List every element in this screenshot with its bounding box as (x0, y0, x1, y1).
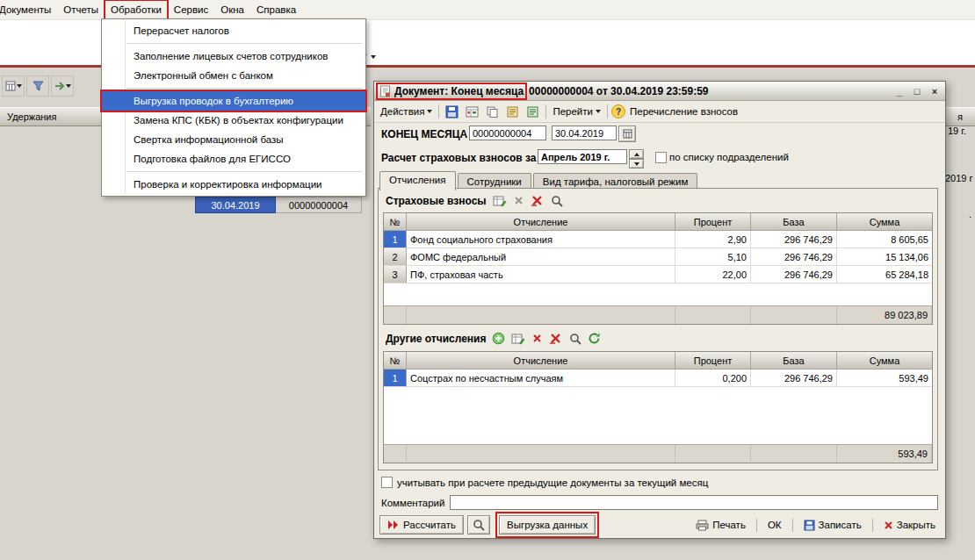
actions-menu-button[interactable]: Действия (378, 104, 435, 118)
calculate-button[interactable]: Рассчитать (379, 515, 464, 535)
sum-cell[interactable]: 15 134,06 (837, 248, 932, 266)
actions-label: Действия (380, 106, 424, 117)
menu-processing[interactable]: Обработки Перерасчет налогов Заполнение … (105, 0, 168, 19)
doc-type-label: КОНЕЦ МЕСЯЦА (381, 128, 467, 140)
table-header-row: № Отчисление Процент База Сумма (384, 352, 932, 370)
goto-label: Перейти (552, 106, 593, 117)
table-row[interactable]: 3 ПФ, страховая часть 22,00 296 746,29 6… (384, 266, 932, 284)
toolbar-dropdown-arrow-icon[interactable] (371, 55, 376, 59)
percent-cell[interactable]: 5,10 (675, 248, 751, 266)
menu-item-check-correct[interactable]: Проверка и корректировка информации (102, 175, 365, 194)
row-number-cell[interactable]: 3 (384, 266, 407, 284)
table-empty-area (384, 284, 932, 305)
refresh-icon[interactable] (588, 332, 601, 345)
footer-cell (751, 306, 837, 324)
document-date-cell[interactable]: 30.04.2019 (195, 197, 276, 213)
deduction-cell[interactable]: ПФ, страховая часть (407, 266, 675, 284)
search-icon[interactable] (551, 195, 563, 207)
by-departments-checkbox[interactable] (655, 152, 667, 163)
delete-all-icon[interactable] (531, 194, 545, 207)
copy-icon[interactable] (483, 104, 502, 120)
transfer-contributions-button[interactable]: Перечисление взносов (627, 104, 740, 118)
filter-icon[interactable] (26, 75, 49, 97)
menu-documents[interactable]: Документы (0, 0, 57, 19)
register-icon[interactable] (524, 104, 542, 120)
journal-icon[interactable] (503, 104, 522, 120)
table-row[interactable]: 2 ФОМС федеральный 5,10 296 746,29 15 13… (384, 248, 932, 266)
sum-cell[interactable]: 593,49 (837, 370, 932, 387)
base-cell[interactable]: 296 746,29 (751, 266, 837, 284)
period-field[interactable]: Апрель 2019 г. (538, 149, 627, 164)
search-button[interactable] (467, 515, 490, 535)
menu-reports[interactable]: Отчеты (57, 0, 105, 19)
grid-settings-icon[interactable] (2, 75, 25, 97)
menu-item-bank-exchange[interactable]: Электронный обмен с банком (102, 66, 365, 85)
menu-item-fill-accounts[interactable]: Заполнение лицевых счетов сотрудников (102, 47, 365, 66)
row-number-cell[interactable]: 1 (384, 231, 407, 248)
edit-table-icon[interactable] (493, 194, 507, 207)
sum-cell[interactable]: 8 605,65 (837, 231, 932, 248)
base-cell[interactable]: 296 746,29 (751, 231, 837, 248)
period-spinner (629, 149, 644, 169)
add-row-icon[interactable] (492, 332, 505, 345)
table-row[interactable]: 1 Фонд социального страхования 2,90 296 … (384, 231, 932, 248)
save-record-button[interactable]: Записать (799, 516, 866, 534)
spinner-down-button[interactable] (629, 159, 644, 169)
menu-item-kps-replace[interactable]: Замена КПС (КБК) в объектах конфигурации (102, 111, 365, 130)
consider-previous-label: учитывать при расчете предыдущие докумен… (397, 477, 708, 488)
menu-windows[interactable]: Окна (214, 0, 250, 19)
percent-cell[interactable]: 0,200 (675, 370, 751, 387)
menu-item-egisso-files[interactable]: Подготовка файлов для ЕГИССО (102, 149, 365, 169)
row-number-cell[interactable]: 1 (384, 370, 407, 387)
deduction-cell[interactable]: ФОМС федеральный (407, 248, 675, 266)
doc-number-field[interactable]: 00000000004 (469, 126, 546, 140)
deduction-cell[interactable]: Фонд социального страхования (407, 231, 675, 248)
print-button[interactable]: Печать (691, 516, 750, 534)
delete-row-disabled-icon[interactable] (513, 195, 524, 206)
tab-deductions[interactable]: Отчисления (379, 171, 456, 190)
deduction-cell[interactable]: Соцстрах по несчастным случаям (407, 370, 675, 387)
export-arrow-icon[interactable] (51, 75, 74, 97)
goto-menu-button[interactable]: Перейти (550, 104, 603, 118)
menu-service[interactable]: Сервис (168, 0, 214, 19)
minimize-button[interactable]: _ (892, 84, 906, 97)
export-data-button[interactable]: Выгрузка данных (499, 515, 596, 535)
insurance-section-title: Страховые взносы (386, 195, 487, 207)
document-number-cell[interactable]: 00000000004 (276, 197, 362, 213)
table-row[interactable]: 1 Соцстрах по несчастным случаям 0,200 2… (384, 370, 932, 387)
search-icon[interactable] (569, 333, 581, 345)
structure-icon[interactable] (463, 104, 481, 120)
column-header-label: я (957, 111, 963, 122)
menu-item-export-postings[interactable]: Выгрузка проводок в бухгалтерию (102, 91, 365, 111)
close-button[interactable]: × (928, 84, 942, 97)
consider-previous-checkbox[interactable] (381, 477, 393, 488)
calc-period-label: Расчет страховых взносов за (381, 152, 536, 164)
doc-date-field[interactable]: 30.04.2019 (552, 126, 617, 140)
calendar-button[interactable] (618, 126, 636, 142)
spinner-up-button[interactable] (629, 149, 644, 159)
dialog-titlebar[interactable]: Документ: Конец месяца 00000000004 от 30… (374, 82, 945, 101)
close-dialog-button[interactable]: Закрыть (879, 516, 940, 534)
menu-help[interactable]: Справка (250, 0, 302, 19)
base-cell[interactable]: 296 746,29 (751, 248, 837, 266)
menu-bar: Документы Отчеты Обработки Перерасчет на… (0, 0, 975, 20)
save-icon[interactable] (443, 104, 461, 120)
comment-input[interactable] (450, 495, 938, 510)
help-icon[interactable]: ? (611, 104, 625, 118)
base-cell[interactable]: 296 746,29 (751, 370, 837, 387)
percent-cell[interactable]: 22,00 (675, 266, 751, 284)
close-x-icon (884, 521, 893, 530)
sum-cell[interactable]: 65 284,18 (837, 266, 932, 284)
save-label: Записать (819, 520, 862, 530)
dialog-tabs: Отчисления Сотрудники Вид тарифа, налого… (379, 170, 699, 190)
delete-row-icon[interactable] (531, 333, 543, 344)
ok-button[interactable]: ОК (763, 516, 786, 534)
menu-item-tax-recalc[interactable]: Перерасчет налогов (102, 21, 365, 40)
delete-all-icon[interactable] (549, 332, 563, 345)
percent-cell[interactable]: 2,90 (675, 231, 751, 248)
row-number-cell[interactable]: 2 (384, 248, 407, 266)
maximize-button[interactable]: □ (910, 84, 924, 97)
edit-table-icon[interactable] (511, 332, 525, 345)
menu-item-db-compress[interactable]: Свертка информационной базы (102, 130, 365, 149)
col-header-number: № (384, 213, 407, 231)
